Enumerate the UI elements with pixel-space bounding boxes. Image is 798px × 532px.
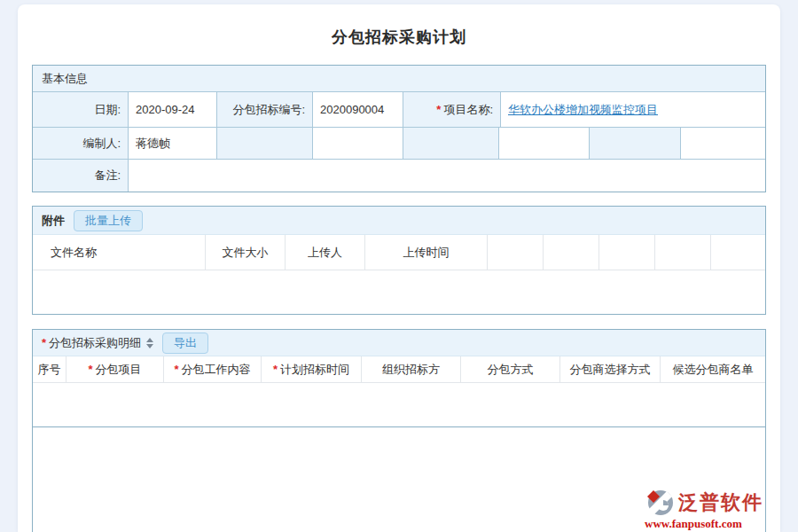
- attachment-empty-column: [599, 235, 655, 270]
- detail-table-header: 序号 *分包项目 *分包工作内容 *计划招标时间 组织招标方 分包方式 分包商选…: [33, 356, 765, 383]
- empty-cell: [313, 128, 403, 159]
- col-organizer: 组织招标方: [362, 356, 461, 382]
- empty-cell: [217, 128, 313, 159]
- remark-value: [129, 160, 765, 192]
- attachment-empty-column: [711, 235, 765, 270]
- attachments-table-body: [33, 270, 765, 314]
- empty-cell: [681, 128, 765, 159]
- col-upload-time: 上传时间: [365, 235, 488, 270]
- required-asterisk: *: [88, 363, 92, 376]
- col-file-name: 文件名称: [33, 235, 206, 270]
- col-file-size: 文件大小: [206, 235, 286, 270]
- attachment-empty-column: [544, 235, 599, 270]
- editor-label: 编制人:: [33, 128, 129, 159]
- bid-number-value: 2020090004: [313, 92, 403, 127]
- basic-info-row-1: 日期: 2020-09-24 分包招标编号: 2020090004 * 项目名称…: [33, 92, 765, 128]
- date-value: 2020-09-24: [129, 92, 217, 127]
- required-asterisk: *: [174, 363, 178, 376]
- project-name-label: * 项目名称:: [403, 92, 501, 127]
- required-asterisk: *: [436, 103, 441, 116]
- attachment-empty-column: [655, 235, 711, 270]
- brand-row: 泛普软件: [645, 489, 763, 517]
- col-candidate-list: 候选分包商名单: [661, 356, 765, 382]
- export-button[interactable]: 导出: [162, 332, 208, 354]
- basic-info-section: 基本信息 日期: 2020-09-24 分包招标编号: 2020090004 *…: [32, 65, 766, 192]
- detail-title: 分包招标采购明细: [49, 336, 141, 349]
- project-name-link[interactable]: 华软办公楼增加视频监控项目: [508, 102, 658, 118]
- attachment-empty-column: [488, 235, 544, 270]
- brand-watermark: 泛普软件 www.fanpusoft.com: [645, 489, 763, 531]
- empty-cell: [499, 128, 590, 159]
- col-subcontract-item: *分包项目: [66, 356, 164, 382]
- detail-header: *分包招标采购明细 导出: [33, 330, 765, 356]
- detail-title-wrap: *分包招标采购明细: [42, 335, 141, 351]
- detail-table-body: [33, 383, 765, 426]
- col-selection-method: 分包商选择方式: [560, 356, 661, 382]
- empty-cell: [403, 128, 499, 159]
- basic-info-row-2: 编制人: 蒋德帧: [33, 128, 765, 160]
- col-subcontract-method: 分包方式: [461, 356, 560, 382]
- attachments-title: 附件: [42, 213, 65, 229]
- remark-label: 备注:: [33, 160, 129, 192]
- brand-name: 泛普软件: [678, 492, 763, 512]
- project-name-cell: 华软办公楼增加视频监控项目: [501, 92, 765, 127]
- col-work-content: *分包工作内容: [164, 356, 262, 382]
- editor-value: 蒋德帧: [129, 128, 217, 159]
- detail-section: *分包招标采购明细 导出 序号 *分包项目 *分包工作内容 *计划招标时间 组织…: [32, 329, 766, 427]
- col-uploader: 上传人: [286, 235, 365, 270]
- col-seq: 序号: [33, 356, 66, 382]
- required-asterisk: *: [42, 336, 46, 349]
- page-title: 分包招标采购计划: [32, 4, 766, 47]
- batch-upload-button[interactable]: 批量上传: [74, 210, 143, 231]
- form-card: 分包招标采购计划 基本信息 日期: 2020-09-24 分包招标编号: 202…: [18, 4, 780, 532]
- bid-number-label: 分包招标编号:: [217, 92, 313, 127]
- date-label: 日期:: [33, 92, 129, 127]
- sort-icon[interactable]: [146, 338, 153, 348]
- brand-url: www.fanpusoft.com: [645, 517, 763, 531]
- fanpu-logo-icon: [645, 489, 675, 517]
- basic-info-header: 基本信息: [33, 66, 765, 92]
- basic-info-title: 基本信息: [42, 72, 88, 85]
- attachments-header: 附件 批量上传: [33, 207, 765, 235]
- attachments-table-header: 文件名称 文件大小 上传人 上传时间: [33, 235, 765, 270]
- footer-panel: 泛普软件 www.fanpusoft.com: [32, 426, 766, 532]
- col-planned-bid-time: *计划招标时间: [262, 356, 362, 382]
- empty-cell: [590, 128, 681, 159]
- required-asterisk: *: [273, 363, 278, 376]
- attachments-section: 附件 批量上传 文件名称 文件大小 上传人 上传时间: [32, 206, 766, 315]
- basic-info-row-3: 备注:: [33, 160, 765, 192]
